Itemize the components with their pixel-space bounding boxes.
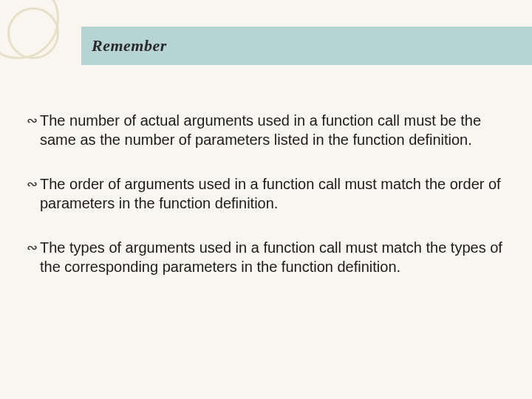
- content-area: ∾ The number of actual arguments used in…: [27, 111, 505, 301]
- corner-decoration: [0, 0, 81, 81]
- bullet-icon: ∾: [27, 176, 38, 193]
- list-item: ∾ The types of arguments used in a funct…: [27, 238, 505, 276]
- title-bar: Remember: [81, 27, 532, 65]
- list-item: ∾ The number of actual arguments used in…: [27, 111, 505, 149]
- list-item: ∾ The order of arguments used in a funct…: [27, 174, 505, 213]
- deco-ring-inner: [7, 7, 59, 59]
- deco-ring-outer: [0, 0, 59, 59]
- bullet-text: The order of arguments used in a functio…: [40, 176, 501, 211]
- bullet-text: The number of actual arguments used in a…: [40, 112, 481, 148]
- bullet-text: The types of arguments used in a functio…: [40, 239, 502, 275]
- bullet-icon: ∾: [27, 112, 38, 129]
- bullet-icon: ∾: [27, 239, 38, 256]
- slide-title: Remember: [92, 36, 167, 55]
